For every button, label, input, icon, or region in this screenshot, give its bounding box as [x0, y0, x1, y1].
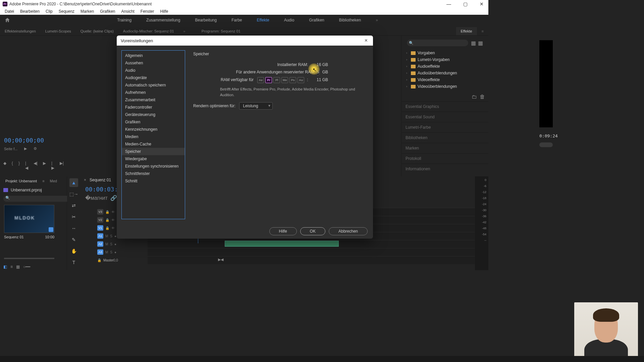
pref-category-item[interactable]: Schnitt: [122, 177, 185, 185]
pref-category-item[interactable]: Speicher: [122, 148, 185, 155]
reserved-ram-input[interactable]: 5: [316, 69, 320, 75]
slip-tool[interactable]: ↔: [69, 224, 78, 233]
menu-marken[interactable]: Marken: [78, 8, 97, 14]
track-eye-icon[interactable]: 👁: [111, 210, 115, 214]
workspace-overflow-icon[interactable]: »: [375, 16, 379, 24]
pref-category-item[interactable]: Grafiken: [122, 118, 185, 126]
project-clip-thumbnail[interactable]: Sequenz 01 10:00: [4, 205, 54, 259]
track-toggle[interactable]: A2: [97, 241, 103, 247]
dialog-close-button[interactable]: ×: [363, 38, 369, 44]
ok-button[interactable]: OK: [300, 227, 325, 235]
tab-effekte[interactable]: Effekte: [456, 27, 477, 35]
pen-tool[interactable]: ✎: [69, 235, 78, 244]
pref-category-item[interactable]: Medien-Cache: [122, 140, 185, 148]
effects-search-input[interactable]: [407, 40, 468, 46]
workspace-bibliotheken[interactable]: Bibliotheken: [338, 16, 362, 24]
help-button[interactable]: Hilfe: [269, 227, 297, 235]
tab-lumetri-scopes[interactable]: Lumetri-Scopes: [41, 27, 76, 35]
menu-sequenz[interactable]: Sequenz: [56, 8, 77, 14]
pref-category-item[interactable]: Aussehen: [122, 59, 185, 67]
lock-icon[interactable]: 🔒: [97, 258, 101, 262]
collapsed-panel[interactable]: Essential Sound: [401, 112, 488, 122]
effects-folder[interactable]: ›Audioüberblendungen: [404, 70, 486, 76]
workspace-training[interactable]: Training: [116, 16, 132, 24]
goto-in-icon[interactable]: |◀: [25, 161, 28, 170]
effects-folder[interactable]: ›Vorgaben: [404, 50, 486, 56]
mark-in-icon[interactable]: {: [12, 161, 13, 170]
goto-out-icon[interactable]: ▶|: [60, 161, 64, 170]
solo-icon[interactable]: S: [110, 250, 112, 254]
optimize-dropdown[interactable]: Leistung: [239, 102, 273, 110]
pref-category-item[interactable]: Kennzeichnungen: [122, 126, 185, 133]
workspace-grafiken[interactable]: Grafiken: [308, 16, 325, 24]
collapsed-panel[interactable]: Lumetri-Farbe: [401, 122, 488, 132]
track-select-tool[interactable]: ⬚→: [69, 190, 78, 198]
collapsed-panel[interactable]: Bibliotheken: [401, 132, 488, 143]
collapsed-panel[interactable]: Protokoll: [401, 153, 488, 164]
icon-view-icon[interactable]: ▦: [16, 264, 20, 269]
collapse-icon[interactable]: ▶◀: [218, 257, 223, 262]
mute-icon[interactable]: M: [105, 250, 108, 254]
workspace-zusammenstellung[interactable]: Zusammenstellung: [146, 16, 181, 24]
menu-fenster[interactable]: Fenster: [138, 8, 157, 14]
home-icon[interactable]: [4, 17, 11, 23]
menu-clip[interactable]: Clip: [43, 8, 55, 14]
step-fwd-icon[interactable]: |▶: [51, 161, 54, 170]
linked-selection-icon[interactable]: 🔗: [110, 195, 117, 201]
track-lock-icon[interactable]: 🔒: [105, 226, 109, 230]
tab-overflow-icon[interactable]: »: [179, 27, 190, 35]
menu-hilfe[interactable]: Hilfe: [158, 8, 171, 14]
cancel-button[interactable]: Abbrechen: [329, 227, 368, 235]
record-icon[interactable]: ●: [114, 250, 116, 254]
pref-category-item[interactable]: Fadercontroller: [122, 104, 185, 111]
minimize-button[interactable]: —: [444, 1, 453, 7]
freeform-view-icon[interactable]: ◧: [3, 264, 7, 269]
track-eye-icon[interactable]: 👁: [111, 218, 115, 222]
pref-category-item[interactable]: Automatisch speichern: [122, 81, 185, 89]
razor-tool[interactable]: ✂: [69, 213, 78, 221]
effects-folder[interactable]: ›Videoüberblendungen: [404, 83, 486, 90]
track-toggle[interactable]: V1: [97, 225, 103, 231]
master-value[interactable]: 0,0: [113, 258, 118, 262]
source-play-icon[interactable]: ▶: [24, 146, 27, 151]
list-view-icon[interactable]: ≡: [10, 264, 13, 269]
tab-overflow-icon[interactable]: ≡: [40, 178, 47, 184]
solo-icon[interactable]: S: [110, 234, 112, 238]
menu-bearbeiten[interactable]: Bearbeiten: [17, 8, 42, 14]
pref-category-item[interactable]: Allgemein: [122, 52, 185, 59]
pref-category-item[interactable]: Aufnehmen: [122, 89, 185, 96]
tab-projekt[interactable]: Projekt: Unbenannt: [3, 178, 40, 184]
solo-icon[interactable]: S: [110, 242, 112, 246]
menu-grafiken[interactable]: Grafiken: [97, 8, 118, 14]
source-fit-dropdown[interactable]: Seite f...: [4, 147, 17, 151]
pref-category-item[interactable]: Zusammenarbeit: [122, 96, 185, 104]
pref-category-item[interactable]: Audio: [122, 67, 185, 74]
tab-programm[interactable]: Programm: Sequenz 01: [197, 27, 245, 35]
track-lock-icon[interactable]: 🔒: [105, 218, 109, 222]
workspace-audio[interactable]: Audio: [283, 16, 295, 24]
mute-icon[interactable]: M: [105, 234, 108, 238]
audio-clip[interactable]: [225, 241, 339, 247]
pref-category-item[interactable]: Gerätesteuerung: [122, 111, 185, 118]
snap-icon[interactable]: �магнит: [85, 195, 108, 201]
track-toggle[interactable]: V2: [97, 217, 103, 223]
maximize-button[interactable]: ▢: [461, 1, 470, 7]
source-timecode[interactable]: 00;00;00;00: [4, 137, 63, 144]
tab-effekteinstellungen[interactable]: Effekteinstellungen: [0, 27, 41, 35]
menu-ansicht[interactable]: Ansicht: [118, 8, 137, 14]
play-icon[interactable]: ▶: [43, 161, 46, 170]
zoom-slider[interactable]: ○━━: [23, 264, 30, 269]
tab-quelle[interactable]: Quelle: (keine Clips): [76, 27, 118, 35]
collapsed-panel[interactable]: Marken: [401, 143, 488, 153]
track-toggle[interactable]: V3: [97, 209, 103, 215]
pref-category-item[interactable]: Schnittfenster: [122, 170, 185, 177]
mark-out-icon[interactable]: }: [18, 161, 20, 170]
type-tool[interactable]: T: [69, 258, 78, 267]
add-marker-icon[interactable]: ◆: [3, 161, 6, 170]
track-lock-icon[interactable]: 🔒: [105, 210, 109, 214]
close-window-button[interactable]: ✕: [478, 1, 486, 7]
hand-tool[interactable]: ✋: [69, 247, 78, 255]
effects-preset-icon[interactable]: ▦: [471, 40, 476, 46]
track-eye-icon[interactable]: 👁: [111, 226, 115, 230]
tab-effekte-menu-icon[interactable]: ≡: [477, 27, 488, 35]
